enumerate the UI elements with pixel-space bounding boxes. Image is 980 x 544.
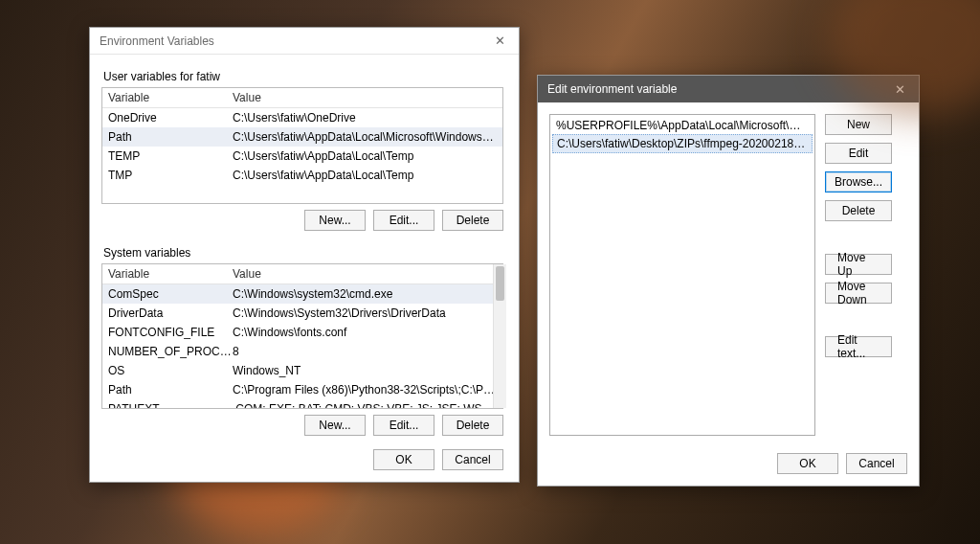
system-new-button[interactable]: New... [304,415,366,436]
header-variable: Variable [108,90,233,105]
env-titlebar: Environment Variables ✕ [90,28,519,55]
edit-env-variable-window: Edit environment variable ✕ %USERPROFILE… [537,75,920,487]
path-entry-row[interactable]: C:\Users\fatiw\Desktop\ZIPs\ffmpeg-20200… [552,134,813,153]
edit-window-title: Edit environment variable [547,82,886,96]
entry-new-button[interactable]: New [825,114,892,135]
system-var-row[interactable]: ComSpec C:\Windows\system32\cmd.exe [102,284,502,304]
env-body: User variables for fatiw Variable Value … [90,55,519,482]
system-var-row[interactable]: NUMBER_OF_PROCESSORS 8 [102,342,502,361]
system-edit-button[interactable]: Edit... [373,415,434,436]
system-vars-list[interactable]: Variable Value ComSpec C:\Windows\system… [101,263,503,409]
user-edit-button[interactable]: Edit... [373,210,434,231]
user-new-button[interactable]: New... [304,210,366,231]
system-delete-button[interactable]: Delete [442,415,503,436]
entry-delete-button[interactable]: Delete [825,200,892,221]
user-vars-label: User variables for fatiw [103,70,505,83]
edit-ok-button[interactable]: OK [777,453,838,474]
env-cancel-button[interactable]: Cancel [442,449,503,470]
entry-edittext-button[interactable]: Edit text... [825,336,892,357]
system-var-row[interactable]: DriverData C:\Windows\System32\Drivers\D… [102,304,502,323]
entry-browse-button[interactable]: Browse... [825,171,892,193]
close-icon[interactable]: ✕ [486,31,513,52]
path-entry-row[interactable]: %USERPROFILE%\AppData\Local\Microsoft\Wi… [552,117,813,134]
edit-footer: OK Cancel [538,447,919,486]
entry-moveup-button[interactable]: Move Up [825,254,892,275]
edit-cancel-button[interactable]: Cancel [846,453,907,474]
system-vars-header: Variable Value [102,264,502,284]
user-var-row[interactable]: TEMP C:\Users\fatiw\AppData\Local\Temp [102,147,502,166]
header-value: Value [233,90,497,105]
user-delete-button[interactable]: Delete [442,210,503,231]
path-entries-list[interactable]: %USERPROFILE%\AppData\Local\Microsoft\Wi… [549,114,815,436]
entry-edit-button[interactable]: Edit [825,143,892,164]
entry-movedown-button[interactable]: Move Down [825,283,892,304]
system-var-row[interactable]: FONTCONFIG_FILE C:\Windows\fonts.conf [102,323,502,342]
user-var-row[interactable]: OneDrive C:\Users\fatiw\OneDrive [102,108,502,127]
edit-buttons-column: New Edit Browse... Delete Move Up Move D… [825,114,892,436]
user-vars-header: Variable Value [102,88,502,108]
header-variable: Variable [108,266,233,282]
header-value: Value [233,266,497,282]
user-var-row[interactable]: Path C:\Users\fatiw\AppData\Local\Micros… [102,127,502,147]
system-vars-scrollbar[interactable] [493,264,506,408]
edit-body: %USERPROFILE%\AppData\Local\Microsoft\Wi… [538,102,919,447]
environment-variables-window: Environment Variables ✕ User variables f… [89,27,520,483]
edit-titlebar: Edit environment variable ✕ [538,76,919,102]
system-var-row[interactable]: PATHEXT .COM;.EXE;.BAT;.CMD;.VBS;.VBE;.J… [102,399,502,409]
user-vars-list[interactable]: Variable Value OneDrive C:\Users\fatiw\O… [101,87,503,204]
env-window-title: Environment Variables [100,34,486,48]
system-var-row[interactable]: OS Windows_NT [102,361,502,380]
user-var-row[interactable]: TMP C:\Users\fatiw\AppData\Local\Temp [102,166,502,185]
system-var-row[interactable]: Path C:\Program Files (x86)\Python38-32\… [102,380,502,399]
system-vars-label: System variables [103,246,505,260]
env-ok-button[interactable]: OK [373,449,434,470]
close-icon[interactable]: ✕ [886,79,913,100]
